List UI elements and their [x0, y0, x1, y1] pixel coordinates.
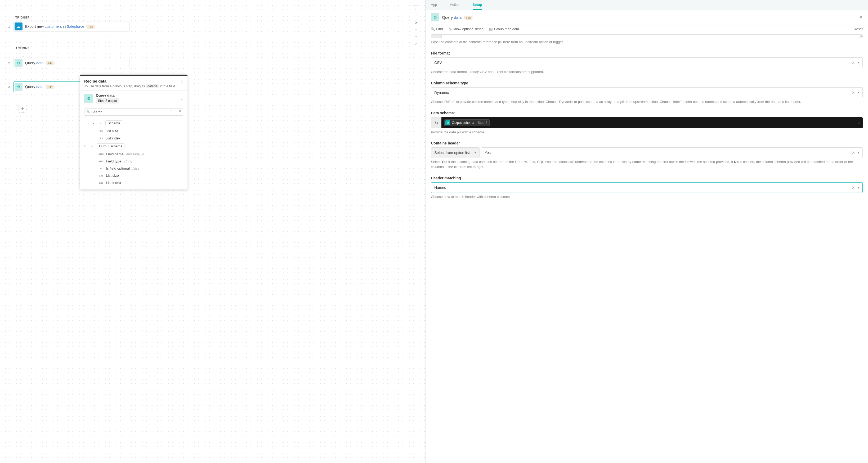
- refresh-icon[interactable]: ⟳: [412, 19, 420, 26]
- tree-item-list-size[interactable]: 123List size: [84, 128, 183, 135]
- panel-action-bar: 🔍Find ◎Show optional fields ▯▯Group map …: [426, 25, 868, 33]
- output-schema-pill[interactable]: ⚙ Output schema Step 2: [444, 119, 490, 126]
- arrow-right-icon[interactable]: →: [412, 12, 420, 19]
- clear-icon[interactable]: ✕: [852, 91, 855, 95]
- clear-icon[interactable]: ✕: [852, 61, 855, 65]
- arrow-left-icon[interactable]: ←: [412, 5, 420, 12]
- popover-header: ⤡ Recipe data To use data from a previou…: [80, 76, 187, 91]
- action-node-row: 3 ⚙ Query data File: [5, 81, 425, 92]
- tree-item-schema[interactable]: ▸≡Schema: [84, 119, 183, 128]
- search-icon: 🔍: [86, 110, 90, 113]
- search-icon: 🔍: [431, 27, 435, 31]
- tree-item-list-index-2[interactable]: 123List index: [84, 179, 183, 186]
- step-number: 1: [5, 25, 10, 29]
- panel-title: Query data File: [442, 15, 473, 20]
- workflow-canvas[interactable]: ← → ⟳ ＋ － ⤢ TRIGGER 1 ☁ Export new custo…: [0, 0, 425, 463]
- show-optional-button[interactable]: ◎Show optional fields: [449, 27, 484, 31]
- resize-handle-icon[interactable]: ◢: [860, 35, 862, 38]
- data-schema-help: Provide the data pill with a schema.: [431, 130, 863, 135]
- file-format-select[interactable]: CSV ✕ ▾: [431, 57, 863, 68]
- chevron-down-icon[interactable]: ▾: [474, 151, 476, 155]
- tree-item-output-schema[interactable]: ▾≡Output schema: [84, 142, 183, 151]
- contents-input[interactable]: ◢: [431, 34, 863, 38]
- collapse-icon[interactable]: ▾: [84, 144, 87, 148]
- recipe-data-popover: ⤡ Recipe data To use data from a previou…: [80, 75, 187, 190]
- expand-icon[interactable]: ▸: [93, 122, 96, 125]
- file-format-help: Choose the data format . Today CSV and E…: [431, 70, 863, 75]
- contains-header-mode[interactable]: Select from option list▾: [431, 147, 479, 158]
- find-button[interactable]: 🔍Find: [431, 27, 443, 31]
- zoom-out-icon[interactable]: －: [412, 33, 420, 40]
- node-text: Query data File: [25, 61, 55, 65]
- query-icon: ⚙: [14, 83, 23, 91]
- popover-hint: To use data from a previous step, drag i…: [84, 84, 183, 88]
- action-node-row: 2 ⚙ Query data File: [5, 58, 425, 68]
- clear-search-icon[interactable]: ✕: [179, 109, 181, 113]
- drag-handle-icon[interactable]: ⤡: [181, 79, 184, 84]
- center-icon[interactable]: ⤢: [412, 40, 420, 47]
- arrow-right-icon: →: [464, 3, 468, 9]
- actions-label: ACTIONS: [16, 46, 425, 50]
- action-node-2[interactable]: ⚙ Query data File: [13, 58, 130, 68]
- chevron-down-icon[interactable]: ▾: [858, 186, 859, 190]
- panel-header: ⚙ Query data File ✕: [426, 10, 868, 25]
- clear-icon[interactable]: ✕: [852, 151, 855, 155]
- datapill-tree: ▸≡Schema 123List size 123List index ▾≡Ou…: [80, 118, 187, 190]
- breadcrumb-action[interactable]: Action: [450, 3, 459, 10]
- data-schema-input[interactable]: ƒx ⚙ Output schema Step 2 ⇕: [431, 117, 863, 128]
- trigger-label: TRIGGER: [16, 16, 425, 19]
- tree-item-field-type[interactable]: ABCField typestring: [84, 158, 183, 165]
- next-result-icon[interactable]: ⌄: [174, 109, 177, 113]
- column-schema-select[interactable]: Dynamic ✕ ▾: [431, 87, 863, 98]
- file-pill: File: [45, 85, 55, 89]
- contains-header-select[interactable]: Yes ✕ ▾: [481, 147, 863, 158]
- column-schema-label: Column schema type: [431, 81, 863, 85]
- contains-header-combo: Select from option list▾ Yes ✕ ▾: [431, 147, 863, 158]
- header-matching-select[interactable]: Named ✕ ▾: [431, 182, 863, 193]
- datapill-search-input[interactable]: [84, 108, 183, 115]
- breadcrumb-app[interactable]: App: [431, 3, 437, 10]
- contains-header-help: Select Yes if the incoming data contains…: [431, 160, 863, 170]
- add-step-button[interactable]: +: [19, 105, 27, 113]
- chevron-down-icon[interactable]: ▾: [858, 91, 859, 94]
- step-number: 2: [5, 61, 10, 65]
- chevron-down-icon[interactable]: ▾: [858, 61, 859, 64]
- tree-item-field-name[interactable]: ABCField namemessage_id: [84, 151, 183, 158]
- column-schema-help: Choose 'Define' to provide column names …: [431, 99, 863, 104]
- breadcrumb-setup[interactable]: Setup: [473, 3, 482, 10]
- group-map-button[interactable]: ▯▯Group map data: [489, 27, 519, 31]
- query-icon: ⚙: [445, 121, 450, 125]
- source-subtitle: Step 2 output: [96, 98, 119, 103]
- popover-source[interactable]: ⚙ Query data Step 2 output ⌄: [80, 91, 187, 106]
- trigger-node[interactable]: ☁ Export new customers in Salesforce Fil…: [13, 21, 130, 32]
- formula-icon[interactable]: ƒx: [431, 117, 441, 128]
- prev-result-icon[interactable]: ⌃: [170, 109, 173, 113]
- file-format-label: File format: [431, 51, 863, 55]
- setup-panel: App → Action → Setup ⚙ Query data File ✕…: [425, 0, 868, 463]
- file-pill: File: [45, 61, 55, 65]
- tree-item-field-optional[interactable]: ⊘Is field optionalfalse: [84, 165, 183, 172]
- source-title: Query data: [96, 93, 119, 97]
- file-pill: File: [86, 25, 95, 29]
- query-icon: ⚙: [84, 94, 93, 103]
- popover-title: Recipe data: [84, 79, 183, 84]
- close-icon[interactable]: ✕: [859, 14, 863, 20]
- canvas-toolbar: ← → ⟳ ＋ － ⤢: [412, 5, 420, 47]
- chevron-down-icon[interactable]: ▾: [858, 151, 859, 155]
- node-text: Export new customers in Salesforce File: [25, 24, 95, 29]
- clear-icon[interactable]: ✕: [852, 186, 855, 190]
- query-icon: ⚙: [431, 13, 439, 22]
- tree-item-list-index[interactable]: 123List index: [84, 135, 183, 142]
- tree-item-list-size-2[interactable]: 123List size: [84, 172, 183, 179]
- zoom-in-icon[interactable]: ＋: [412, 26, 420, 33]
- reset-button[interactable]: Reset: [854, 27, 863, 31]
- contents-help: Pass the contents or file contents refer…: [431, 40, 863, 45]
- breadcrumb: App → Action → Setup: [426, 0, 868, 10]
- data-schema-label: Data schema*: [431, 111, 863, 115]
- header-matching-label: Header matching: [431, 176, 863, 180]
- node-text: Query data File: [25, 85, 55, 89]
- list-icon: ≡: [89, 145, 95, 147]
- drag-handle-icon[interactable]: ⇕: [858, 121, 860, 125]
- chevron-down-icon[interactable]: ⌄: [180, 96, 183, 101]
- file-pill: File: [464, 15, 473, 20]
